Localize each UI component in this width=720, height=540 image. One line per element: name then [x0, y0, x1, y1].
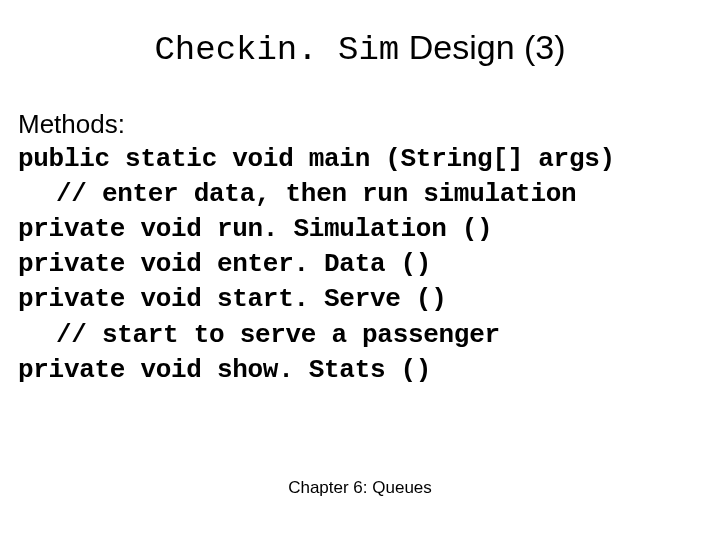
code-line-start-serve: private void start. Serve () [18, 282, 702, 317]
code-comment-enter-data: // enter data, then run simulation [18, 177, 702, 212]
slide: Checkin. Sim Design (3) Methods: public … [0, 0, 720, 540]
code-line-main: public static void main (String[] args) [18, 142, 702, 177]
slide-body: Methods: public static void main (String… [18, 107, 702, 388]
code-comment-start-serve: // start to serve a passenger [18, 318, 702, 353]
title-text-part: Design (3) [399, 28, 565, 66]
code-line-enter-data: private void enter. Data () [18, 247, 702, 282]
code-line-run-simulation: private void run. Simulation () [18, 212, 702, 247]
methods-heading: Methods: [18, 107, 702, 142]
slide-footer: Chapter 6: Queues [0, 478, 720, 498]
code-line-show-stats: private void show. Stats () [18, 353, 702, 388]
slide-title: Checkin. Sim Design (3) [18, 28, 702, 69]
title-code-part: Checkin. Sim [154, 31, 399, 69]
